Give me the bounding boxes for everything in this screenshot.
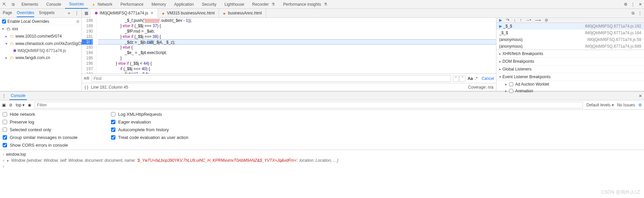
find-prev-button[interactable]: ˄ (453, 76, 459, 82)
console-option[interactable]: Selected context only (3, 127, 77, 132)
device-icon[interactable]: ⧉ (9, 2, 17, 7)
resume-icon[interactable]: ▶ (499, 18, 502, 22)
settings-icon[interactable]: ⚙ (622, 2, 629, 7)
tab-recorder[interactable]: Recorder (248, 0, 279, 9)
line-number[interactable]: 195 (82, 55, 93, 61)
console-option[interactable]: Show CORS errors in console (3, 143, 77, 148)
more-icon[interactable]: » (68, 11, 70, 15)
console-settings-icon[interactable]: ⚙ (638, 103, 642, 107)
tab-sources[interactable]: Sources (65, 0, 88, 9)
breakpoint-sub[interactable]: ▸Ad Auction Worklet (496, 81, 644, 88)
option-checkbox[interactable] (111, 112, 115, 116)
site-folder[interactable]: www.fangdi.com.cn (15, 55, 50, 60)
tab-lighthouse[interactable]: Lighthouse (220, 0, 248, 9)
console-option[interactable]: Group similar messages in console (3, 135, 77, 140)
breakpoint-checkbox[interactable] (509, 82, 513, 86)
breakpoint-category[interactable]: XHR/fetch Breakpoints (496, 50, 644, 58)
file-tab[interactable]: businessAnnc.html (219, 9, 266, 18)
console-option[interactable]: Treat code evaluation as user action (111, 135, 188, 140)
file-tab[interactable]: IM0jQktM6FSQ.6771a74.js✕ (91, 9, 158, 18)
inspect-icon[interactable]: ⇱ (0, 2, 9, 7)
chevron-icon[interactable] (5, 34, 9, 39)
site-folder[interactable]: www.chinastock.com.cn/iXkZonSIgCbQ (15, 41, 82, 46)
code-line[interactable]: _$e_ = _$j4.execScript; (98, 50, 496, 55)
braces-icon[interactable]: { } (85, 85, 88, 90)
live-expression-icon[interactable]: ◉ (28, 103, 31, 107)
console-option[interactable]: Log XMLHttpRequests (111, 112, 188, 117)
line-number[interactable]: 194 (82, 50, 93, 55)
kebab-icon[interactable]: ⋮ (638, 11, 642, 15)
option-checkbox[interactable] (3, 143, 7, 147)
breakpoint-category[interactable]: Event Listener Breakpoints (496, 73, 644, 81)
console-filter-input[interactable] (35, 102, 583, 108)
tab-performance-insights[interactable]: Performance insights (279, 0, 331, 9)
line-number[interactable]: 190 (82, 29, 93, 34)
console-option[interactable]: Autocomplete from history (111, 127, 188, 132)
tab-application[interactable]: Application (170, 0, 198, 9)
line-number[interactable]: 197 (82, 66, 93, 71)
log-levels-select[interactable]: Default levels ▾ (586, 103, 613, 107)
code-line[interactable]: _$fP.nsd = _$ab; (98, 29, 496, 34)
tab-security[interactable]: Security (198, 0, 220, 9)
find-next-button[interactable]: ˅ (460, 76, 466, 82)
console-output[interactable]: › window.top ‹· ▸ Window {window: Window… (0, 150, 644, 171)
code-area[interactable]: 188189190191192193194195196197198 _$_f.p… (82, 18, 496, 73)
subtab-snippets[interactable]: Snippets (39, 9, 55, 17)
option-checkbox[interactable] (3, 128, 7, 132)
line-number[interactable]: 191 (82, 34, 93, 39)
step-into-icon[interactable]: ↓ (514, 18, 516, 22)
nav-file[interactable]: IM0jQktM6FSQ.6771a74.js (0, 47, 82, 54)
option-checkbox[interactable] (3, 112, 7, 116)
tab-elements[interactable]: Elements (17, 0, 42, 9)
subtab-overrides[interactable]: Overrides (17, 9, 34, 17)
step-over-icon[interactable]: ↷ (506, 18, 509, 22)
stack-frame[interactable]: ▶ _$_$IM0jQktM6FSQ.6771a74.js:192 (496, 23, 644, 30)
gutter[interactable]: 188189190191192193194195196197198 (82, 18, 97, 73)
console-option[interactable]: Preserve log (3, 119, 77, 125)
context-select[interactable]: top ▾ (16, 103, 24, 107)
breakpoint-sub[interactable]: ▸Animation (496, 88, 644, 94)
breakpoint-category[interactable]: DOM Breakpoints (496, 58, 644, 65)
file-tab[interactable]: VM315 businessAnnc.html (158, 9, 219, 18)
tab-network[interactable]: Network (88, 0, 116, 9)
code-line[interactable]: if (_$$j === 40) { (98, 66, 496, 71)
step-icon[interactable]: →• (526, 18, 531, 22)
close-icon[interactable]: ✕ (150, 11, 154, 15)
root-folder[interactable]: xxx (12, 27, 18, 31)
cancel-button[interactable]: Cancel (482, 76, 494, 81)
subtab-page[interactable]: Page (3, 9, 12, 17)
line-number[interactable]: 188 (82, 18, 93, 23)
issues-button[interactable]: No Issues (617, 103, 635, 107)
toggle-icon[interactable]: ⧉ (632, 11, 635, 15)
code-line[interactable]: } else if (_$$j === 37) { (98, 23, 496, 29)
stack-frame[interactable]: _$_$IM0jQktM6FSQ.6771a74.js:164 (496, 30, 644, 36)
chevron-icon[interactable] (5, 55, 9, 60)
kebab-icon[interactable]: ⋮ (75, 11, 79, 15)
clear-console-icon[interactable]: ⊘ (9, 103, 12, 107)
option-checkbox[interactable] (111, 128, 115, 132)
line-number[interactable]: 193 (82, 45, 93, 50)
stack-frame[interactable]: (anonymous)IM0jQktM6FSQ.6771a74.js:689 (496, 43, 644, 50)
option-checkbox[interactable] (3, 135, 7, 140)
line-number[interactable]: 189 (82, 23, 93, 29)
code-line[interactable]: } (98, 55, 496, 61)
expand-icon[interactable]: ▸ (7, 158, 9, 163)
option-checkbox[interactable] (111, 135, 115, 140)
chevron-icon[interactable] (5, 41, 9, 46)
tab-console[interactable]: Console (42, 0, 65, 9)
code-line[interactable]: _$dz = _$jb.call(_$j4, _$_z); (98, 39, 496, 45)
regex-button[interactable]: .* (475, 76, 478, 81)
tab-memory[interactable]: Memory (148, 0, 170, 9)
site-folder[interactable]: www.10010.com/net5/074 (15, 34, 62, 39)
kebab-icon[interactable]: ⋮ (629, 2, 637, 7)
clear-icon[interactable]: ⊘ (76, 19, 79, 24)
stack-frame[interactable]: (anonymous)IM0jQktM6FSQ.6771a74.js:59 (496, 36, 644, 43)
find-input[interactable] (91, 75, 451, 82)
chevron-down-icon[interactable] (2, 27, 5, 31)
console-option[interactable]: Hide network (3, 112, 77, 117)
drawer-close-icon[interactable]: ✕ (639, 94, 642, 98)
console-tab[interactable]: Console (9, 92, 27, 100)
drawer-kebab-icon[interactable]: ⋮ (2, 94, 6, 98)
option-checkbox[interactable] (111, 120, 115, 124)
deactivate-icon[interactable]: ⊘ (545, 18, 548, 22)
